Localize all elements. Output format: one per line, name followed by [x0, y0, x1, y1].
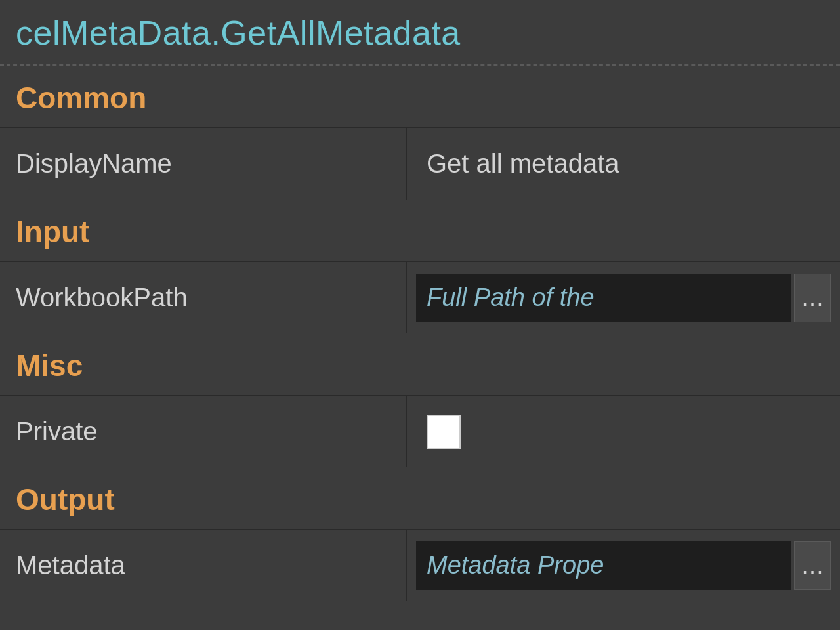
section-header-common: Common	[0, 66, 840, 127]
property-label-displayname: DisplayName	[0, 128, 407, 200]
browse-button-metadata[interactable]: …	[794, 541, 831, 590]
browse-button-workbookpath[interactable]: …	[794, 274, 831, 322]
section-label-misc: Misc	[16, 348, 83, 383]
checkbox-private[interactable]	[427, 415, 461, 449]
value-text-displayname: Get all metadata	[416, 141, 831, 186]
properties-panel: celMetaData.GetAllMetadata CommonDisplay…	[0, 0, 840, 630]
panel-title: celMetaData.GetAllMetadata	[16, 14, 461, 52]
property-row-displayname: DisplayNameGet all metadata	[0, 127, 840, 200]
section-label-common: Common	[16, 81, 146, 115]
value-field-workbookpath[interactable]: Full Path of the	[416, 274, 791, 322]
property-row-private: Private	[0, 395, 840, 467]
value-wrapper-metadata: Metadata Prope…	[416, 541, 831, 590]
section-label-output: Output	[16, 482, 115, 516]
property-row-workbookpath: WorkbookPathFull Path of the…	[0, 261, 840, 333]
section-header-misc: Misc	[0, 333, 840, 395]
value-field-metadata[interactable]: Metadata Prope	[416, 541, 791, 590]
title-bar: celMetaData.GetAllMetadata	[0, 0, 840, 66]
checkbox-container-private	[416, 407, 471, 457]
section-header-output: Output	[0, 467, 840, 529]
property-row-metadata: MetadataMetadata Prope…	[0, 529, 840, 601]
value-wrapper-workbookpath: Full Path of the…	[416, 274, 831, 322]
property-value-metadata: Metadata Prope…	[407, 530, 840, 601]
property-label-workbookpath: WorkbookPath	[0, 262, 407, 333]
sections-container: CommonDisplayNameGet all metadataInputWo…	[0, 66, 840, 601]
section-header-input: Input	[0, 200, 840, 261]
property-label-metadata: Metadata	[0, 530, 407, 601]
property-value-displayname: Get all metadata	[407, 128, 840, 200]
property-value-workbookpath: Full Path of the…	[407, 262, 840, 333]
section-label-input: Input	[16, 215, 89, 249]
property-value-private	[407, 396, 840, 467]
property-label-private: Private	[0, 396, 407, 467]
